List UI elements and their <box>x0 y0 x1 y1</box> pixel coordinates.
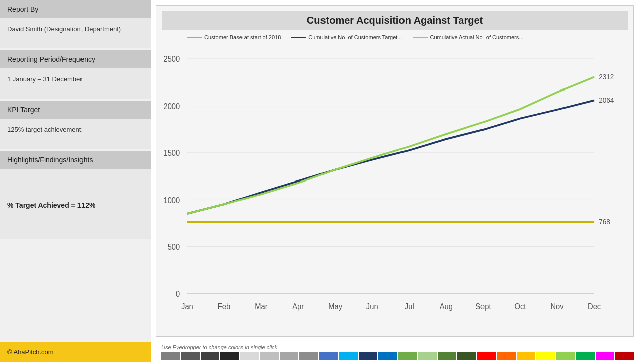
sidebar-header-period: Reporting Period/Frequency <box>0 50 151 68</box>
color-swatches <box>161 352 634 360</box>
sidebar-header-insights: Highlights/Findings/Insights <box>0 151 151 169</box>
svg-text:2000: 2000 <box>163 102 180 111</box>
swatch-17 <box>477 352 496 360</box>
eyedropper-text: Use Eyedropper to change colors in singl… <box>161 344 634 350</box>
swatch-16 <box>457 352 476 360</box>
svg-text:Jan: Jan <box>181 302 193 311</box>
swatch-14 <box>418 352 436 360</box>
chart-title: Customer Acquisition Against Target <box>162 11 628 30</box>
chart-area: Customer Acquisition Against Target Cust… <box>151 0 644 342</box>
swatch-18 <box>497 352 515 360</box>
swatch-9 <box>319 352 338 360</box>
swatch-20 <box>536 352 555 360</box>
swatch-12 <box>378 352 397 360</box>
svg-text:Jun: Jun <box>366 302 378 311</box>
chart-svg: 2500 2000 1500 1000 500 0 Jan Feb <box>162 43 628 331</box>
sidebar-section-reportby: Report By David Smith (Designation, Depa… <box>0 0 151 48</box>
swatch-11 <box>359 352 377 360</box>
svg-text:0: 0 <box>176 290 180 299</box>
svg-text:2500: 2500 <box>163 55 180 64</box>
swatch-21 <box>556 352 575 360</box>
svg-text:Nov: Nov <box>550 302 564 311</box>
svg-text:Aug: Aug <box>440 302 453 311</box>
swatch-2 <box>181 352 199 360</box>
svg-text:Apr: Apr <box>292 302 304 311</box>
legend-item-2: Cumulative No. of Customers Target... <box>291 34 402 40</box>
svg-text:500: 500 <box>168 242 180 251</box>
chart-container: Customer Acquisition Against Target Cust… <box>156 5 634 337</box>
sidebar-header-kpi: KPI Target <box>0 101 151 119</box>
swatch-4 <box>220 352 239 360</box>
svg-text:1500: 1500 <box>163 149 180 158</box>
legend-item-3: Cumulative Actual No. of Customers... <box>413 34 524 40</box>
sidebar: Report By David Smith (Designation, Depa… <box>0 0 151 342</box>
svg-text:Oct: Oct <box>515 302 527 311</box>
swatch-24 <box>615 352 634 360</box>
legend-label-2: Cumulative No. of Customers Target... <box>308 34 402 40</box>
highlight-text: % Target Achieved = 112% <box>7 201 144 209</box>
svg-text:2312: 2312 <box>599 73 614 81</box>
svg-text:May: May <box>328 302 342 311</box>
swatch-22 <box>576 352 594 360</box>
swatch-3 <box>201 352 219 360</box>
swatch-8 <box>299 352 318 360</box>
swatch-5 <box>240 352 259 360</box>
swatch-13 <box>398 352 417 360</box>
legend-label-1: Customer Base at start of 2018 <box>204 34 281 40</box>
swatch-19 <box>517 352 535 360</box>
sidebar-header-reportby: Report By <box>0 0 151 18</box>
svg-text:Dec: Dec <box>588 302 601 311</box>
bottom-chart-area: Use Eyedropper to change colors in singl… <box>151 342 644 362</box>
swatch-7 <box>280 352 298 360</box>
svg-text:Sept: Sept <box>475 302 491 311</box>
legend-item-1: Customer Base at start of 2018 <box>187 34 281 40</box>
sidebar-content-reportby: David Smith (Designation, Department) <box>0 18 151 48</box>
sidebar-section-insights: Highlights/Findings/Insights % Target Ac… <box>0 151 151 239</box>
svg-text:768: 768 <box>599 217 610 226</box>
legend-label-3: Cumulative Actual No. of Customers... <box>430 34 524 40</box>
sidebar-section-period: Reporting Period/Frequency 1 January – 3… <box>0 50 151 99</box>
sidebar-section-kpi: KPI Target 125% target achievement <box>0 101 151 149</box>
legend-line-1 <box>187 37 202 38</box>
sidebar-content-period: 1 January – 31 December <box>0 68 151 99</box>
swatch-6 <box>260 352 278 360</box>
legend-line-3 <box>413 37 428 38</box>
legend-line-2 <box>291 37 306 38</box>
chart-legend: Customer Base at start of 2018 Cumulativ… <box>187 34 628 40</box>
footer-label: © AhaPitch.com <box>0 342 151 362</box>
svg-text:Feb: Feb <box>218 302 230 311</box>
swatch-1 <box>161 352 180 360</box>
sidebar-content-kpi: 125% target achievement <box>0 119 151 149</box>
svg-text:1000: 1000 <box>163 196 180 205</box>
svg-text:Mar: Mar <box>255 302 267 311</box>
svg-text:2064: 2064 <box>599 96 614 105</box>
swatch-15 <box>438 352 456 360</box>
svg-text:Jul: Jul <box>405 302 414 311</box>
sidebar-content-insights: % Target Achieved = 112% <box>0 169 151 239</box>
swatch-23 <box>596 352 614 360</box>
swatch-10 <box>339 352 357 360</box>
bottom-bar: © AhaPitch.com Use Eyedropper to change … <box>0 342 644 362</box>
